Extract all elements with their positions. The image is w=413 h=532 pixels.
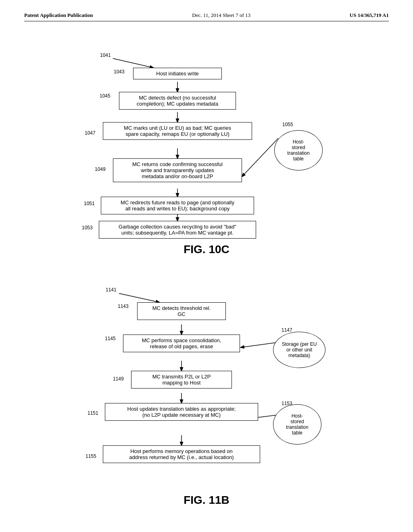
svg-text:1055: 1055 — [282, 122, 293, 127]
header-left: Patent Application Publication — [24, 12, 93, 19]
node-mc-space-consolidation: MC performs space consolidation,release … — [123, 335, 240, 352]
header-right: US 14/365,719 A1 — [350, 12, 389, 19]
node-garbage-collection: Garbage collection causes recycling to a… — [99, 221, 256, 239]
node-mc-detects-defect: MC detects defect (no successfulcompleti… — [119, 92, 236, 110]
label-1149: 1149 — [113, 376, 124, 382]
svg-line-1 — [113, 58, 153, 68]
label-1045: 1045 — [100, 93, 111, 99]
label-1047: 1047 — [85, 130, 96, 136]
svg-line-10 — [119, 293, 159, 302]
node-host-initiates-write: Host initiates write — [133, 68, 222, 79]
label-1155: 1155 — [86, 453, 96, 459]
node-mc-marks-unit: MC marks unit (LU or EU) as bad; MC quer… — [103, 122, 252, 140]
label-1145: 1145 — [105, 336, 116, 341]
page-header: Patent Application Publication Dec. 11, … — [24, 12, 389, 21]
fig11b-flowchart: 1141 1147 1153 MC detects threshold rel.… — [24, 272, 389, 486]
label-1151: 1151 — [88, 410, 98, 416]
label-1043: 1043 — [114, 69, 125, 75]
node-mc-redirects: MC redirects future reads to page (and o… — [101, 197, 254, 214]
fig11b-section: 1141 1147 1153 MC detects threshold rel.… — [24, 272, 389, 507]
node-mc-transmits-mapping: MC transmits P2L or L2Pmapping to Host — [131, 371, 232, 389]
svg-line-7 — [242, 138, 278, 177]
node-host-stored-table-10c: Host-storedtranslationtable — [274, 130, 323, 170]
svg-text:1147: 1147 — [282, 327, 292, 333]
fig10c-flowchart: 1041 1055 Host initiates write 1043 — [24, 33, 389, 235]
svg-text:1041: 1041 — [100, 52, 111, 58]
svg-text:1141: 1141 — [106, 287, 117, 293]
node-storage-per-eu: Storage (per EUor other unitmetadata) — [273, 332, 325, 368]
node-host-memory-ops: Host performs memory operations based on… — [103, 445, 260, 463]
fig10c-section: 1041 1055 Host initiates write 1043 — [24, 33, 389, 256]
fig10c-label: FIG. 10C — [24, 243, 389, 256]
svg-line-15 — [241, 343, 276, 347]
node-mc-returns-code: MC returns code confirming successfulwri… — [113, 158, 242, 182]
node-mc-detects-threshold: MC detects threshold rel.GC — [137, 302, 226, 320]
node-host-updates-tables: Host updates translation tables as appro… — [105, 403, 258, 421]
header-center: Dec. 11, 2014 Sheet 7 of 13 — [192, 12, 250, 19]
label-1051: 1051 — [84, 201, 95, 206]
fig11b-label: FIG. 11B — [24, 494, 389, 507]
label-1053: 1053 — [82, 225, 93, 231]
label-1049: 1049 — [95, 166, 106, 172]
node-host-stored-table-11b: Host-storedtranslationtable — [273, 404, 321, 445]
label-1143: 1143 — [118, 303, 129, 309]
page: Patent Application Publication Dec. 11, … — [0, 0, 413, 532]
